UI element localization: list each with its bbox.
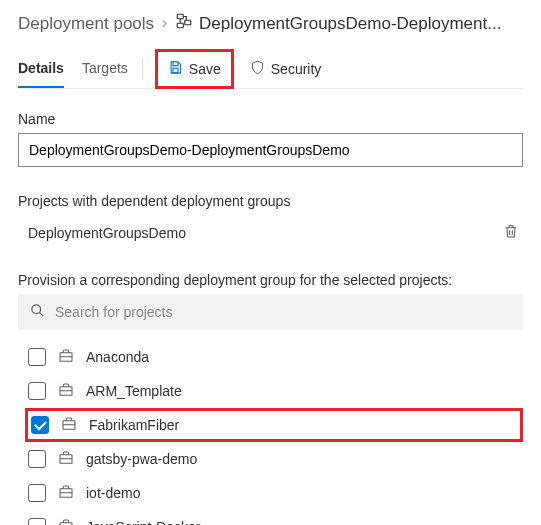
tab-details[interactable]: Details	[18, 49, 64, 88]
search-box[interactable]	[18, 294, 523, 330]
chevron-right-icon	[160, 17, 169, 31]
briefcase-icon	[58, 484, 74, 503]
project-row[interactable]: iot-demo	[28, 476, 523, 510]
project-list: AnacondaARM_TemplateFabrikamFibergatsby-…	[28, 340, 523, 525]
dependent-list: DeploymentGroupsDemo	[18, 215, 523, 250]
briefcase-icon	[58, 348, 74, 367]
search-icon	[30, 303, 45, 321]
project-name: gatsby-pwa-demo	[86, 451, 197, 467]
briefcase-icon	[61, 416, 77, 435]
provision-label: Provision a corresponding deployment gro…	[18, 272, 523, 288]
project-row[interactable]: ARM_Template	[28, 374, 523, 408]
svg-point-4	[32, 305, 41, 314]
briefcase-icon	[58, 518, 74, 526]
dependent-name: DeploymentGroupsDemo	[28, 225, 186, 241]
security-button[interactable]: Security	[240, 54, 332, 84]
name-label: Name	[18, 111, 523, 127]
tab-targets[interactable]: Targets	[82, 49, 128, 88]
project-row[interactable]: Anaconda	[28, 340, 523, 374]
project-name: FabrikamFiber	[89, 417, 179, 433]
briefcase-icon	[58, 382, 74, 401]
breadcrumb-current: DeploymentGroupsDemo-Deployment...	[199, 14, 501, 34]
toolbar-separator	[142, 58, 143, 80]
security-label: Security	[271, 61, 322, 77]
save-highlight: Save	[155, 49, 234, 89]
project-checkbox[interactable]	[28, 450, 46, 468]
svg-rect-0	[177, 14, 183, 19]
project-checkbox[interactable]	[28, 348, 46, 366]
project-checkbox[interactable]	[28, 518, 46, 525]
dependent-row: DeploymentGroupsDemo	[18, 215, 523, 250]
search-input[interactable]	[55, 304, 511, 320]
project-name: JavaScript-Docker	[86, 519, 200, 525]
project-checkbox[interactable]	[28, 484, 46, 502]
svg-rect-3	[173, 68, 178, 72]
svg-rect-2	[177, 23, 183, 28]
toolbar: Details Targets Save Security	[18, 49, 523, 89]
project-name: ARM_Template	[86, 383, 182, 399]
briefcase-icon	[58, 450, 74, 469]
save-label: Save	[189, 61, 221, 77]
project-row[interactable]: FabrikamFiber	[25, 408, 523, 442]
project-name: Anaconda	[86, 349, 149, 365]
tabs: Details Targets	[18, 49, 128, 88]
project-checkbox[interactable]	[28, 382, 46, 400]
dependent-label: Projects with dependent deployment group…	[18, 193, 523, 209]
svg-rect-1	[185, 20, 191, 25]
delete-icon[interactable]	[503, 223, 519, 242]
save-button[interactable]: Save	[158, 54, 231, 84]
project-name: iot-demo	[86, 485, 140, 501]
shield-icon	[250, 60, 265, 78]
project-checkbox[interactable]	[31, 416, 49, 434]
name-input[interactable]	[18, 133, 523, 167]
deployment-pool-icon	[175, 12, 193, 35]
breadcrumb-root[interactable]: Deployment pools	[18, 14, 154, 34]
project-row[interactable]: JavaScript-Docker	[28, 510, 523, 525]
breadcrumb: Deployment pools DeploymentGroupsDemo-De…	[18, 12, 523, 35]
save-icon	[168, 60, 183, 78]
project-row[interactable]: gatsby-pwa-demo	[28, 442, 523, 476]
